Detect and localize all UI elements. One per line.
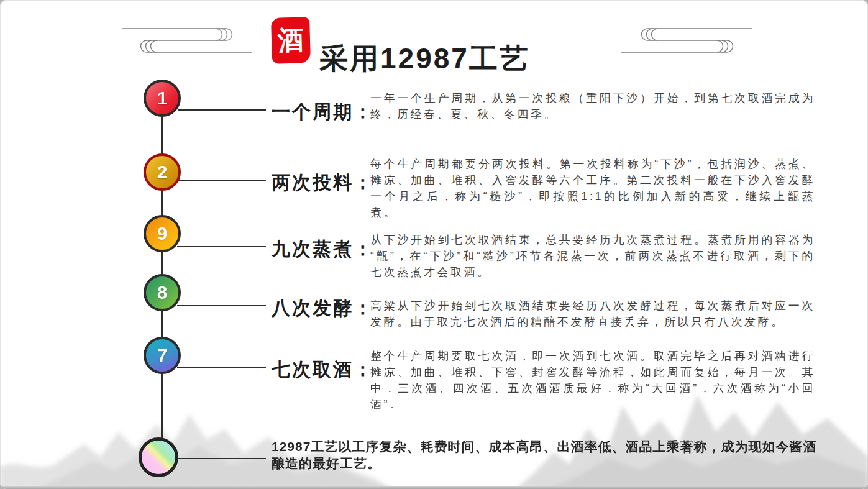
- timeline-node-8: 8: [144, 274, 181, 311]
- connector-line: [178, 109, 266, 111]
- connector-line: [178, 458, 266, 459]
- cloud-scroll-left-icon: [122, 24, 252, 55]
- node-number: 1: [157, 88, 168, 109]
- slide: 酒 采用12987工艺 1 2 9 8 7 一个周期： 两次投料： 九次蒸煮： …: [0, 0, 868, 489]
- timeline-node-7: 7: [144, 337, 181, 374]
- node-number: 8: [157, 282, 168, 303]
- node-number: 2: [157, 162, 168, 183]
- connector-line: [177, 180, 266, 181]
- connector-line: [177, 305, 266, 306]
- item-label-extraction: 七次取酒：: [272, 357, 374, 383]
- timeline-node-1: 1: [144, 80, 181, 117]
- item-description: 一年一个生产周期，从第一次投粮（重阳下沙）开始，到第七次取酒完成为终，历经春、夏…: [370, 90, 815, 122]
- page-title: 采用12987工艺: [319, 40, 530, 78]
- item-description: 每个生产周期都要分两次投料。第一次投料称为“下沙”，包括润沙、蒸煮、摊凉、加曲、…: [370, 156, 815, 221]
- cloud-scroll-right-icon: [621, 24, 752, 55]
- item-description: 整个生产周期要取七次酒，即一次酒到七次酒。取酒完毕之后再对酒糟进行摊凉、加曲、堆…: [370, 348, 815, 413]
- node-number: 9: [157, 223, 168, 244]
- item-label-steaming: 九次蒸煮：: [272, 237, 374, 262]
- item-label-feeding: 两次投料：: [272, 170, 374, 196]
- seal-character: 酒: [277, 22, 304, 58]
- item-description: 高粱从下沙开始到七次取酒结束要经历八次发酵过程，每次蒸煮后对应一次发酵。由于取完…: [370, 298, 815, 330]
- connector-line: [177, 246, 266, 247]
- item-label-cycle: 一个周期：: [272, 99, 374, 125]
- summary-text: 12987工艺以工序复杂、耗费时间、成本高昂、出酒率低、酒品上乘著称，成为现如今…: [272, 438, 828, 472]
- item-description: 从下沙开始到七次取酒结束，总共要经历九次蒸煮过程。蒸煮所用的容器为“甑”，在“下…: [370, 232, 815, 280]
- node-number: 7: [157, 345, 168, 366]
- liquor-seal-icon: 酒: [271, 17, 311, 64]
- item-label-fermentation: 八次发酵：: [272, 296, 374, 321]
- timeline-node-9: 9: [144, 215, 181, 252]
- connector-line: [177, 367, 266, 368]
- timeline-node-2: 2: [144, 153, 181, 191]
- timeline-node-summary: [139, 437, 178, 477]
